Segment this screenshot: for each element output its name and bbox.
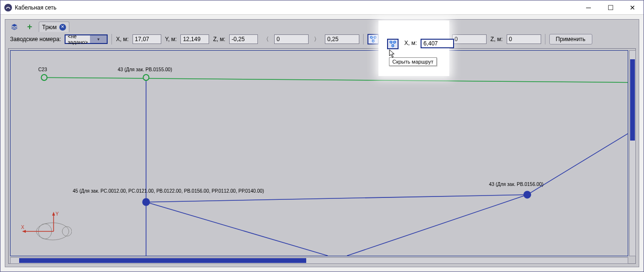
- close-button[interactable]: ✕: [622, 0, 644, 14]
- svg-point-12: [142, 198, 150, 206]
- z-field[interactable]: -0,25: [229, 34, 258, 44]
- node-label-c23: С23: [38, 67, 47, 72]
- diagram-viewport[interactable]: С23 43 (Для зак. РВ.0155.00) 45 (Для зак…: [10, 50, 628, 256]
- prev-value[interactable]: 0: [274, 34, 309, 44]
- prev-button[interactable]: 〈: [262, 34, 270, 44]
- y-label: Y, м:: [165, 36, 177, 43]
- next-value[interactable]: 0,25: [325, 34, 359, 44]
- hide-route-button-highlighted[interactable]: [387, 39, 399, 49]
- y2-field[interactable]: 0: [452, 34, 487, 44]
- svg-point-11: [143, 75, 149, 80]
- layers-button[interactable]: [8, 22, 21, 32]
- svg-marker-20: [22, 230, 26, 233]
- tab-bar: + Трюм ✕: [5, 20, 639, 32]
- x2-label-overlay: X, м:: [404, 40, 417, 46]
- svg-point-0: [5, 4, 11, 11]
- svg-text:X: X: [21, 225, 24, 230]
- app-icon: [4, 4, 12, 11]
- svg-line-6: [146, 195, 527, 202]
- node-label-43b: 43 (Для зак. РВ.0156.00): [489, 182, 544, 187]
- svg-point-13: [523, 191, 531, 198]
- tooltip-hide-route: Скрыть маршрут: [389, 57, 437, 66]
- x-label: X, м:: [116, 36, 128, 43]
- scroll-thumb[interactable]: [630, 59, 635, 141]
- serials-label: Заводские номера:: [10, 36, 61, 43]
- svg-point-25: [392, 45, 394, 47]
- tab-label: Трюм: [42, 24, 56, 31]
- vertical-scrollbar[interactable]: [629, 50, 636, 256]
- svg-point-16: [62, 227, 72, 236]
- z2-label: Z, м:: [490, 36, 503, 43]
- y-field[interactable]: 12,149: [180, 34, 209, 44]
- svg-text:Y: Y: [56, 211, 59, 217]
- x2-field-overlay[interactable]: 6,407: [421, 39, 454, 48]
- add-tab-button[interactable]: +: [23, 22, 36, 32]
- minimize-button[interactable]: ─: [577, 0, 600, 14]
- axis-compass: Y X: [19, 210, 72, 243]
- x-field[interactable]: 17,07: [133, 34, 161, 44]
- window-title: Кабельная сеть: [15, 4, 577, 11]
- svg-line-8: [146, 202, 328, 256]
- titlebar[interactable]: Кабельная сеть ─ ☐ ✕: [0, 0, 644, 15]
- svg-line-4: [44, 77, 628, 82]
- node-label-45: 45 (Для зак. РС.0012.00, РС.0121.00, РВ.…: [73, 188, 264, 194]
- svg-line-9: [347, 195, 527, 256]
- z-label: Z, м:: [213, 36, 225, 43]
- maximize-button[interactable]: ☐: [600, 0, 622, 14]
- node-label-43a: 43 (Для зак. РВ.0155.00): [118, 67, 172, 72]
- svg-point-3: [372, 40, 374, 42]
- diagram-svg: [11, 51, 628, 256]
- scroll-thumb[interactable]: [19, 258, 306, 263]
- app-window: Кабельная сеть ─ ☐ ✕ + Трюм ✕ Заводские …: [0, 0, 644, 272]
- apply-button[interactable]: Применить: [549, 34, 592, 44]
- svg-point-10: [41, 75, 47, 80]
- tab-hold[interactable]: Трюм ✕: [39, 22, 69, 32]
- next-button[interactable]: 〉: [312, 34, 321, 44]
- close-tab-icon[interactable]: ✕: [59, 24, 66, 31]
- chevron-down-icon: ▼: [90, 35, 107, 43]
- svg-marker-18: [52, 212, 55, 216]
- horizontal-scrollbar[interactable]: [10, 257, 628, 264]
- toolbar: Заводские номера: <не задано> ▼ X, м: 17…: [5, 32, 639, 46]
- hide-route-button[interactable]: [367, 34, 379, 44]
- serials-combo[interactable]: <не задано> ▼: [65, 34, 108, 44]
- z2-field[interactable]: 0: [507, 34, 541, 44]
